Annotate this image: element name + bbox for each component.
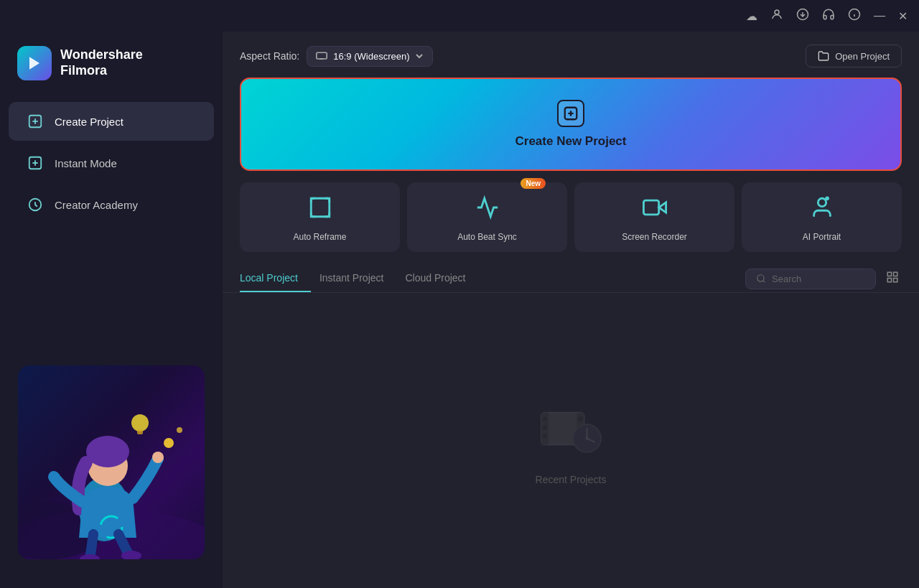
tab-cloud-project[interactable]: Cloud Project: [405, 265, 478, 292]
svg-point-0: [775, 10, 779, 14]
svg-marker-32: [658, 202, 666, 213]
aspect-ratio-dropdown[interactable]: 16:9 (Widescreen): [307, 46, 433, 67]
tab-instant-project[interactable]: Instant Project: [319, 265, 397, 292]
svg-rect-48: [578, 416, 582, 421]
svg-rect-26: [317, 52, 327, 59]
sidebar-item-instant-mode[interactable]: Instant Mode: [9, 144, 214, 182]
search-bar[interactable]: [745, 269, 876, 289]
feature-card-label: AI Portrait: [803, 232, 841, 242]
svg-point-19: [164, 438, 174, 448]
svg-rect-46: [543, 425, 547, 429]
new-badge: New: [521, 178, 546, 189]
svg-point-35: [825, 196, 829, 200]
search-input[interactable]: [772, 274, 865, 284]
minimize-icon[interactable]: —: [874, 9, 885, 22]
titlebar: ☁ — ✕: [0, 0, 919, 32]
grid-icon: [886, 271, 899, 284]
aspect-ratio-value: 16:9 (Widescreen): [333, 51, 409, 62]
svg-rect-33: [643, 200, 658, 215]
sidebar-item-creator-academy[interactable]: Creator Academy: [9, 185, 214, 224]
add-project-icon: [557, 100, 584, 127]
info-icon[interactable]: [848, 8, 861, 24]
auto-beat-sync-icon: [475, 195, 500, 225]
topbar: Aspect Ratio: 16:9 (Widescreen) Open Pro…: [223, 32, 919, 78]
svg-rect-41: [894, 278, 897, 281]
auto-reframe-icon: [308, 195, 332, 225]
svg-rect-39: [894, 272, 897, 276]
sidebar-item-label: Create Project: [55, 116, 123, 128]
project-tabs-bar: Local Project Instant Project Cloud Proj…: [223, 265, 919, 293]
create-new-project-banner[interactable]: Create New Project: [240, 78, 902, 171]
sidebar-item-label: Creator Academy: [55, 199, 138, 211]
app-logo: [17, 46, 52, 80]
create-new-project-label: Create New Project: [516, 134, 627, 149]
feature-cards: Auto Reframe New Auto Beat Sync Screen R…: [223, 182, 919, 265]
svg-line-37: [763, 281, 765, 283]
download-icon[interactable]: [796, 8, 809, 24]
svg-point-21: [131, 414, 149, 431]
search-icon: [756, 274, 766, 284]
projects-area: Recent Projects: [223, 293, 919, 588]
svg-rect-40: [887, 278, 891, 281]
feature-card-ai-portrait[interactable]: AI Portrait: [742, 182, 902, 252]
empty-state: Recent Projects: [536, 396, 607, 485]
svg-point-20: [177, 427, 182, 433]
tab-local-project[interactable]: Local Project: [240, 265, 311, 292]
ai-portrait-icon: [810, 195, 834, 225]
user-icon[interactable]: [770, 8, 783, 24]
svg-point-18: [152, 452, 164, 463]
feature-card-label: Auto Beat Sync: [457, 232, 517, 242]
svg-point-34: [818, 198, 826, 206]
cloud-icon[interactable]: ☁: [746, 9, 757, 23]
open-project-label: Open Project: [835, 51, 890, 62]
feature-card-screen-recorder[interactable]: Screen Recorder: [574, 182, 734, 252]
screen-recorder-icon: [643, 195, 667, 225]
feature-card-auto-beat-sync[interactable]: New Auto Beat Sync: [407, 182, 567, 252]
svg-rect-45: [543, 416, 547, 421]
sidebar-illustration: [0, 351, 223, 574]
monitor-icon: [316, 52, 327, 60]
aspect-ratio-section: Aspect Ratio: 16:9 (Widescreen): [240, 46, 433, 67]
create-project-icon: [26, 112, 45, 131]
creator-academy-icon: [26, 195, 45, 214]
feature-card-label: Screen Recorder: [622, 232, 687, 242]
close-icon[interactable]: ✕: [898, 9, 908, 23]
svg-rect-38: [887, 272, 891, 276]
open-project-button[interactable]: Open Project: [806, 45, 902, 67]
feature-card-label: Auto Reframe: [293, 232, 346, 242]
svg-rect-47: [543, 434, 547, 438]
folder-icon: [818, 50, 829, 62]
film-reel-graphic: [538, 396, 603, 461]
svg-point-36: [757, 275, 764, 281]
sidebar-item-create-project[interactable]: Create Project: [9, 102, 214, 141]
instant-mode-icon: [26, 154, 45, 172]
chevron-down-icon: [415, 52, 424, 60]
feature-card-auto-reframe[interactable]: Auto Reframe: [240, 182, 400, 252]
recent-projects-label: Recent Projects: [536, 474, 607, 485]
svg-rect-22: [137, 430, 143, 434]
svg-point-17: [86, 436, 129, 467]
aspect-ratio-label: Aspect Ratio:: [240, 50, 299, 62]
content-area: Aspect Ratio: 16:9 (Widescreen) Open Pro…: [223, 32, 919, 588]
svg-rect-31: [311, 198, 330, 217]
logo-area: Wondershare Filmora: [0, 46, 223, 101]
sidebar: Wondershare Filmora Create Project Insta…: [0, 32, 223, 588]
sidebar-item-label: Instant Mode: [55, 157, 117, 169]
grid-toggle-button[interactable]: [883, 268, 902, 290]
headphones-icon[interactable]: [822, 8, 835, 24]
app-name: Wondershare Filmora: [60, 47, 143, 78]
